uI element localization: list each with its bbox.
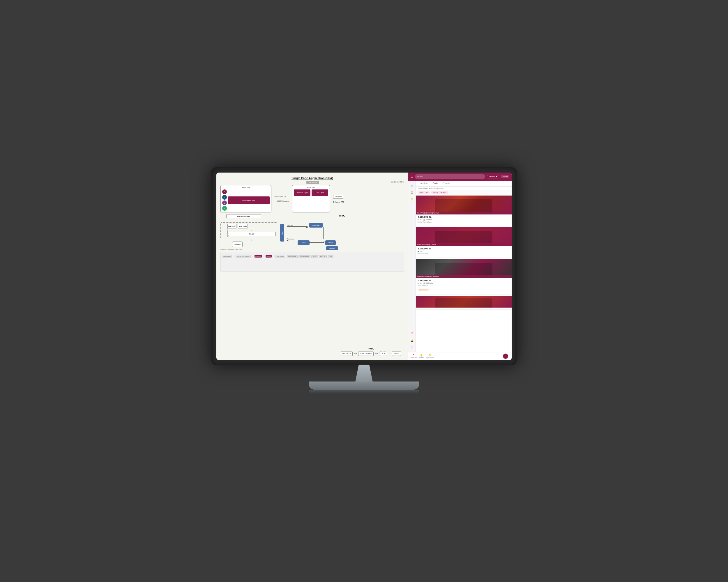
search-bar[interactable]: istanbul...: [415, 174, 485, 179]
aspnet-box-1: Client Browser: [222, 255, 232, 258]
django-framework-label: Django Framework: [227, 224, 229, 236]
identity-providers-label: Identity providers: [391, 181, 404, 183]
nav-alarms[interactable]: 🔔 Alarms: [419, 354, 424, 359]
tab-deals[interactable]: Deals: [431, 181, 440, 186]
down-arrow-mvc: ↓: [327, 244, 329, 246]
property-features-2: 🛏 5+: [418, 251, 510, 252]
frontend-label: Front-end: [222, 187, 270, 189]
agent-3: Astro Premium: [418, 285, 510, 286]
app-sidebar: 📊 🏠 📁 📍 🔔 📋: [408, 181, 416, 352]
pwa-title: PWA: [337, 347, 404, 350]
frontend-icon-3: V: [222, 200, 227, 205]
monitor-bezel: Single Page Application (SPA) Job server…: [216, 172, 512, 360]
nav-portfolio-icon: 📁: [428, 354, 431, 357]
property-image-1[interactable]: ANKARA / ÇANKAYA / ÇANKAYA: [416, 196, 512, 215]
pwa-cache: CACHE: [379, 352, 387, 356]
search-text: istanbul...: [417, 176, 424, 177]
beds-1: 🛏 6+: [418, 219, 422, 221]
view-model-arrow: [309, 242, 324, 243]
property-card-1: ANKARA / ÇANKAYA / ÇANKAYA 4,250,000 TL …: [416, 196, 512, 226]
nav-portfolio-label: My Portfolio: [426, 357, 434, 359]
sidebar-portfolio-icon[interactable]: 📋: [410, 345, 414, 350]
mvc-section: MVC User Request ▶ Controller Response: [280, 214, 404, 250]
monitor-stand-reflection: [309, 390, 419, 394]
property-image-4[interactable]: [416, 296, 512, 308]
arrow-2: →: [252, 255, 254, 257]
database-section: Database 3rd party API: [333, 185, 344, 213]
business-layer: Business Layer: [294, 189, 310, 196]
bldg-shape-4: [435, 298, 492, 308]
tab-projects[interactable]: Projects: [440, 181, 452, 186]
property-price-2: 3,150,000 TL: [418, 247, 510, 250]
job-servers-label: Job servers: [306, 181, 319, 184]
aspnet-provider-4: NoSQL DB: [319, 255, 327, 258]
property-info-2: 3,150,000 TL 🛏 5+ Rendova Incek: [416, 246, 512, 256]
aspnet-provider-1: Identity Providers: [287, 255, 297, 258]
screen-left: Single Page Application (SPA) Job server…: [216, 172, 408, 360]
arrow-down-2: ↕: [227, 229, 276, 231]
filter-bar: Age: 0 - 150 Price: 0 - 100.000...: [416, 190, 512, 196]
monitor: Single Page Application (SPA) Job server…: [211, 167, 517, 415]
frontend-icon-2: N: [222, 195, 227, 200]
address-button[interactable]: Address ▼: [487, 175, 499, 178]
mvc-diagram: User Request ▶ Controller Response ◀: [280, 218, 404, 250]
django-framework-outer: Django Framework App Logic View Logic ↕ …: [220, 222, 277, 238]
nav-locations-icon: 📍: [412, 354, 415, 357]
aspnet-box-3: Controllers: [255, 255, 262, 257]
pwa-server: SERVER: [392, 352, 401, 356]
arrow-3: →: [263, 255, 265, 257]
nav-alarms-label: Alarms: [419, 357, 424, 359]
hamburger-icon[interactable]: ☰: [411, 175, 413, 178]
property-image-2[interactable]: ANKARA / GÖLBAŞI / İNCEK: [416, 227, 512, 246]
property-list: ANKARA / ÇANKAYA / ÇANKAYA 4,250,000 TL …: [416, 196, 512, 344]
nav-locations[interactable]: 📍 Locations: [411, 354, 417, 359]
location-overlay-3: ANKARA / ÇANKAYA / ÇANKAYA: [416, 275, 512, 278]
spa-title: Single Page Application (SPA): [220, 177, 404, 180]
django-section: Django Template ↕ Django Framework App L…: [220, 214, 277, 250]
view-logic-box: View Logic: [238, 224, 248, 228]
aspnet-box-4: Services: [266, 255, 272, 257]
monitor-stand-base: [309, 382, 419, 390]
property-card-4: [416, 296, 512, 310]
mvc-title: MVC: [280, 214, 404, 217]
arrow-down-3: ↕: [226, 239, 277, 241]
nav-portfolio[interactable]: 📁 My Portfolio: [426, 354, 434, 359]
api-arrows: API Request → ← JSON Response: [274, 185, 289, 213]
django-template-box: Django Template: [226, 214, 261, 218]
aspnet-provider-5: Cache: [328, 255, 333, 258]
pwa-diagram: APPLICATION ⟺ SERVICE WORKER ⟺ CACHE → S…: [337, 352, 404, 356]
sidebar-folder-icon[interactable]: 📁: [410, 197, 414, 202]
user-avatar[interactable]: [503, 354, 508, 359]
app-view-row: App Logic View Logic: [227, 224, 276, 228]
property-card-3: ANKARA / ÇANKAYA / ÇANKAYA 1,515,000 TL …: [416, 259, 512, 295]
city-button[interactable]: Ankara: [501, 175, 509, 178]
location-overlay-2: ANKARA / GÖLBAŞI / İNCEK: [416, 243, 512, 246]
app-header: ☰ istanbul... Address ▼ Ankara: [408, 172, 512, 181]
property-price-3: 1,515,000 TL: [418, 279, 510, 282]
filter-age[interactable]: Age: 0 - 150: [418, 191, 430, 194]
app-main: Analysis Deals Projects Turkey, Ankara r…: [416, 181, 512, 352]
frontend-box: Front-end ⚛ N V: [220, 185, 271, 213]
location-overlay-1: ANKARA / ÇANKAYA / ÇANKAYA: [416, 212, 512, 215]
mvc-view: View: [297, 240, 310, 245]
database-box: Database: [333, 195, 344, 199]
agent-2: Rendova Incek: [418, 253, 510, 255]
pwa-app: APPLICATION: [341, 352, 353, 356]
property-image-3[interactable]: ANKARA / ÇANKAYA / ÇANKAYA: [416, 259, 512, 278]
app-content: 📊 🏠 📁 📍 🔔 📋 Analysis Deals: [408, 181, 512, 352]
api-request-label: API Request: [274, 196, 283, 198]
tab-analysis[interactable]: Analysis: [418, 181, 431, 186]
pwa-sw: SERVICE WORKER: [358, 352, 373, 356]
mvc-controller: Controller: [309, 223, 323, 227]
sidebar-home-icon[interactable]: 🏠: [410, 190, 414, 195]
sidebar-chart-icon[interactable]: 📊: [410, 183, 414, 188]
filter-price[interactable]: Price: 0 - 100.000...: [431, 191, 448, 194]
sidebar-bell-icon[interactable]: 🔔: [410, 338, 414, 343]
presentation-layer: Presentation layer: [228, 196, 270, 204]
arrow-4: →: [272, 255, 275, 257]
agent-1: Beytur Viera Villaları: [418, 221, 510, 223]
units-3: 🏢 160 Units: [423, 282, 433, 284]
address-chevron: ▼: [496, 176, 497, 177]
mvc-left-arrow: ◀: [287, 239, 288, 242]
sidebar-location-icon[interactable]: 📍: [410, 331, 414, 336]
